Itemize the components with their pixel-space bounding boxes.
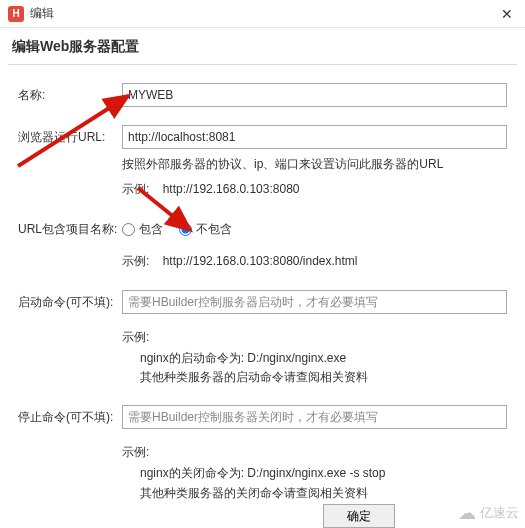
cloud-icon: ☁ [458, 504, 476, 522]
form: 名称: 浏览器运行URL: 按照外部服务器的协议、ip、端口来设置访问此服务器的… [0, 65, 525, 503]
stopcmd-example-line1: nginx的关闭命令为: D:/nginx/nginx.exe -s stop [122, 462, 507, 483]
startcmd-example-line1: nginx的启动命令为: D:/nginx/nginx.exe [122, 347, 507, 368]
watermark-text: 亿速云 [480, 504, 519, 522]
include-radio-group: 包含 不包含 [122, 217, 507, 238]
stopcmd-input[interactable] [122, 405, 507, 429]
stopcmd-label: 停止命令(可不填): [18, 405, 122, 426]
close-icon[interactable]: ✕ [497, 6, 517, 22]
page-title: 编辑Web服务器配置 [0, 28, 525, 64]
radio-include-input[interactable] [122, 223, 135, 236]
radio-exclude[interactable]: 不包含 [179, 221, 232, 238]
include-label: URL包含项目名称: [18, 217, 122, 238]
ok-button[interactable]: 确定 [323, 504, 395, 528]
include-example: 示例: http://192.168.0.103:8080/index.html [122, 238, 507, 271]
radio-include[interactable]: 包含 [122, 221, 163, 238]
startcmd-example-line2: 其他种类服务器的启动命令请查阅相关资料 [122, 368, 507, 387]
radio-exclude-label: 不包含 [196, 221, 232, 238]
startcmd-input[interactable] [122, 290, 507, 314]
app-icon: H [8, 6, 24, 22]
radio-include-label: 包含 [139, 221, 163, 238]
name-label: 名称: [18, 83, 122, 104]
url-example: 示例: http://192.168.0.103:8080 [122, 174, 507, 199]
startcmd-example-label: 示例: [122, 314, 507, 347]
name-input[interactable] [122, 83, 507, 107]
watermark: ☁ 亿速云 [458, 504, 519, 522]
url-input[interactable] [122, 125, 507, 149]
stopcmd-example-line2: 其他种类服务器的关闭命令请查阅相关资料 [122, 484, 507, 503]
stopcmd-example-label: 示例: [122, 429, 507, 462]
url-label: 浏览器运行URL: [18, 125, 122, 146]
radio-exclude-input[interactable] [179, 223, 192, 236]
titlebar: H 编辑 ✕ [0, 0, 525, 28]
titlebar-left: H 编辑 [8, 5, 54, 22]
startcmd-label: 启动命令(可不填): [18, 290, 122, 311]
window-title: 编辑 [30, 5, 54, 22]
url-hint1: 按照外部服务器的协议、ip、端口来设置访问此服务器的URL [122, 149, 507, 174]
